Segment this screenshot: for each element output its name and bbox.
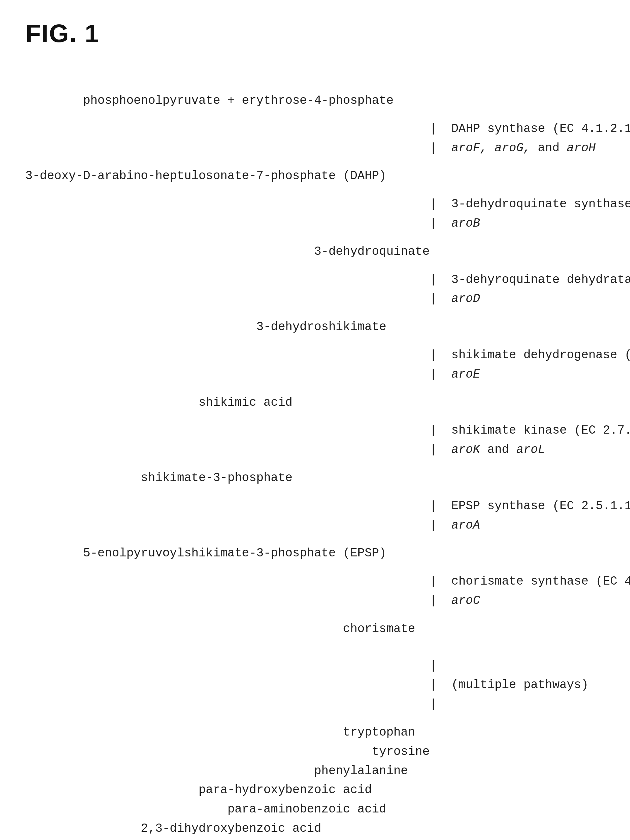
pathway-line: | aroD <box>25 289 605 309</box>
pathway-line: | EPSP synthase (EC 2.5.1.19) <box>25 497 605 516</box>
blank-line <box>25 714 605 723</box>
blank-line <box>25 337 605 346</box>
pathway-line: | aroB <box>25 214 605 233</box>
blank-line <box>25 563 605 572</box>
pathway-line: 3-dehydroshikimate <box>25 317 605 337</box>
pathway-line: 3-deoxy-D-arabino-heptulosonate-7-phosph… <box>25 166 605 186</box>
blank-line <box>25 309 605 317</box>
pathway-line: para-hydroxybenzoic acid <box>25 780 605 800</box>
blank-line <box>25 459 605 469</box>
pathway-line: 5-enolpyruvoylshikimate-3-phosphate (EPS… <box>25 544 605 563</box>
pathway-line: folate <box>25 838 605 840</box>
pathway-line: chorismate <box>25 619 605 639</box>
pathway-line: shikimate-3-phosphate <box>25 469 605 488</box>
blank-line <box>25 611 605 619</box>
pathway-line: 2,3-dihydroxybenzoic acid <box>25 819 605 838</box>
blank-line <box>25 111 605 119</box>
pathway-line: | aroK and aroL <box>25 440 605 459</box>
pathway-line: | shikimate kinase (EC 2.7.1.71) <box>25 421 605 440</box>
blank-line <box>25 158 605 166</box>
blank-line <box>25 639 605 647</box>
pathway-line: | 3-dehyroquinate dehydratase (EC 4.2.1.… <box>25 270 605 290</box>
pathway-container: phosphoenolpyruvate + erythrose-4-phosph… <box>25 73 605 840</box>
pathway-line: phosphoenolpyruvate + erythrose-4-phosph… <box>25 91 605 111</box>
blank-line <box>25 261 605 270</box>
pathway-line: tryptophan <box>25 723 605 742</box>
pathway-line: | aroE <box>25 365 605 384</box>
pathway-line: | (multiple pathways) <box>25 676 605 695</box>
pathway-line: | 3-dehydroquinate synthase (EC 4.6.1.3) <box>25 195 605 214</box>
blank-line <box>25 73 605 82</box>
blank-line <box>25 233 605 242</box>
pathway-line: shikimic acid <box>25 393 605 412</box>
pathway-line: | <box>25 695 605 714</box>
blank-line <box>25 186 605 195</box>
blank-line <box>25 384 605 393</box>
blank-line <box>25 412 605 421</box>
figure-title: FIG. 1 <box>25 19 605 48</box>
blank-line <box>25 647 605 657</box>
pathway-line: | aroC <box>25 591 605 611</box>
pathway-line: | aroA <box>25 516 605 535</box>
blank-line <box>25 535 605 544</box>
pathway-line: 3-dehydroquinate <box>25 242 605 261</box>
pathway-line: phenylalanine <box>25 761 605 781</box>
pathway-line: para-aminobenzoic acid <box>25 800 605 819</box>
blank-line <box>25 488 605 497</box>
blank-line <box>25 82 605 91</box>
pathway-line: | DAHP synthase (EC 4.1.2.15) <box>25 119 605 139</box>
pathway-line: | aroF, aroG, and aroH <box>25 139 605 158</box>
pathway-line: | <box>25 657 605 676</box>
pathway-line: | chorismate synthase (EC 4.6.1.4) <box>25 572 605 591</box>
pathway-line: tyrosine <box>25 742 605 761</box>
pathway-line: | shikimate dehydrogenase (EC 1.1.1.25) <box>25 346 605 365</box>
